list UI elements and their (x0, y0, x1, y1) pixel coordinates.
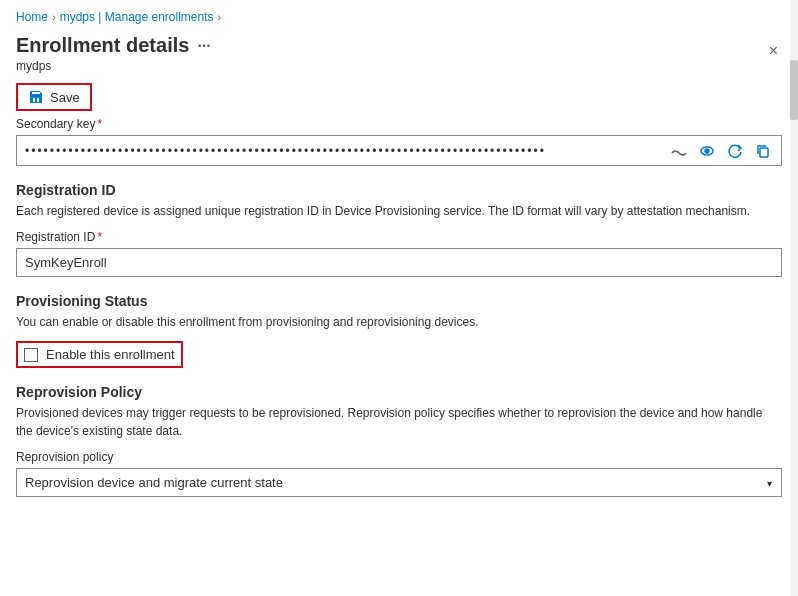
enrollment-details-panel: Home › mydps | Manage enrollments › Enro… (0, 0, 798, 596)
page-title-text: Enrollment details (16, 34, 189, 57)
secondary-key-value: ••••••••••••••••••••••••••••••••••••••••… (25, 144, 661, 158)
secondary-key-required: * (97, 117, 102, 131)
provisioning-status-title: Provisioning Status (16, 293, 782, 309)
more-options-icon[interactable]: ··· (197, 37, 210, 55)
copy-button[interactable] (753, 140, 773, 161)
reprovision-policy-dropdown-container: Reprovision device and migrate current s… (16, 468, 782, 497)
enable-enrollment-group: Enable this enrollment (16, 341, 782, 368)
enable-enrollment-checkbox[interactable] (24, 348, 38, 362)
svg-rect-2 (760, 148, 768, 157)
eye-icon (699, 143, 715, 159)
signal-icon-button[interactable] (669, 140, 689, 161)
registration-id-field-group: Registration ID* (16, 230, 782, 277)
svg-point-1 (705, 149, 709, 153)
registration-id-label: Registration ID* (16, 230, 782, 244)
page-subtitle: mydps (16, 59, 211, 73)
registration-id-section: Registration ID Each registered device i… (16, 182, 782, 277)
close-button[interactable]: × (765, 38, 782, 64)
secondary-key-field: ••••••••••••••••••••••••••••••••••••••••… (16, 135, 782, 166)
bottom-spacer (16, 509, 782, 549)
secondary-key-label-text: Secondary key (16, 117, 95, 131)
secondary-key-group: Secondary key* •••••••••••••••••••••••••… (16, 117, 782, 166)
breadcrumb-section[interactable]: mydps | Manage enrollments (60, 10, 214, 24)
enable-enrollment-label: Enable this enrollment (46, 347, 175, 362)
save-button[interactable]: Save (16, 83, 92, 111)
breadcrumb-home[interactable]: Home (16, 10, 48, 24)
provisioning-status-desc: You can enable or disable this enrollmen… (16, 313, 782, 331)
reprovision-policy-title: Reprovision Policy (16, 384, 782, 400)
toolbar: Save (0, 77, 798, 117)
save-icon (28, 89, 44, 105)
scrollbar-thumb (790, 60, 798, 120)
provisioning-status-section: Provisioning Status You can enable or di… (16, 293, 782, 368)
reprovision-policy-select[interactable]: Reprovision device and migrate current s… (16, 468, 782, 497)
copy-icon (755, 143, 771, 159)
reprovision-policy-label: Reprovision policy (16, 450, 782, 464)
reprovision-policy-section: Reprovision Policy Provisioned devices m… (16, 384, 782, 497)
breadcrumb-sep-2: › (218, 11, 222, 23)
signal-icon (671, 143, 687, 159)
refresh-button[interactable] (725, 140, 745, 161)
field-icons (669, 140, 773, 161)
breadcrumb-sep-1: › (52, 11, 56, 23)
content-area: Secondary key* •••••••••••••••••••••••••… (0, 117, 798, 596)
reprovision-policy-field-group: Reprovision policy Reprovision device an… (16, 450, 782, 497)
registration-id-desc: Each registered device is assigned uniqu… (16, 202, 782, 220)
registration-id-required: * (97, 230, 102, 244)
refresh-icon (727, 143, 743, 159)
scrollbar-track (790, 0, 798, 596)
save-label: Save (50, 90, 80, 105)
breadcrumb: Home › mydps | Manage enrollments › (0, 0, 798, 30)
secondary-key-label: Secondary key* (16, 117, 782, 131)
page-title: Enrollment details ··· (16, 34, 211, 57)
registration-id-input[interactable] (16, 248, 782, 277)
enable-enrollment-checkbox-row[interactable]: Enable this enrollment (16, 341, 183, 368)
page-header: Enrollment details ··· mydps × (0, 30, 798, 77)
show-hide-button[interactable] (697, 140, 717, 161)
registration-id-label-text: Registration ID (16, 230, 95, 244)
reprovision-policy-desc: Provisioned devices may trigger requests… (16, 404, 782, 440)
registration-id-title: Registration ID (16, 182, 782, 198)
